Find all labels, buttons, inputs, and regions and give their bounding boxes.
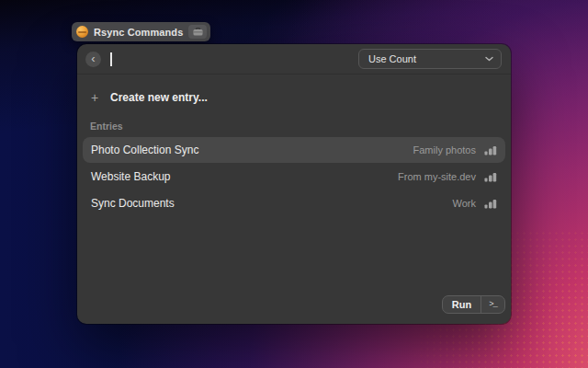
briefcase-icon: [188, 25, 207, 39]
create-new-entry-label: Create new entry...: [110, 91, 208, 104]
usage-bar-chart-icon: [484, 144, 497, 155]
section-header-entries: Entries: [83, 111, 505, 137]
footer-bar: Run >_: [77, 293, 511, 324]
terminal-icon: >_: [489, 300, 497, 309]
search-input[interactable]: [110, 44, 349, 74]
search-bar: ‹ Use Count: [77, 44, 511, 75]
desktop-background: { "tag": { "label": "Rsync Commands", "i…: [0, 0, 588, 368]
run-split-button: Run >_: [442, 295, 505, 314]
usage-bar-chart-icon: [484, 171, 497, 182]
chevron-down-icon: [485, 56, 493, 62]
run-button[interactable]: Run: [443, 296, 481, 313]
extension-tag-label: Rsync Commands: [94, 27, 183, 38]
entry-title: Photo Collection Sync: [91, 144, 198, 156]
run-button-label: Run: [452, 299, 471, 310]
plus-icon: +: [90, 90, 99, 105]
terminal-button[interactable]: >_: [481, 296, 504, 313]
extension-emoji-icon: [76, 26, 88, 38]
entry-subtitle: Family photos: [413, 144, 476, 155]
back-button[interactable]: ‹: [85, 52, 101, 67]
extension-tag[interactable]: Rsync Commands: [72, 22, 210, 41]
chevron-left-icon: ‹: [91, 52, 95, 64]
entry-title: Website Backup: [91, 170, 171, 183]
text-caret: [110, 52, 112, 66]
usage-bar-chart-icon: [484, 198, 497, 209]
entry-title: Sync Documents: [91, 197, 175, 210]
list-item[interactable]: Photo Collection Sync Family photos: [83, 137, 505, 163]
sort-dropdown-value: Use Count: [368, 53, 416, 64]
raycast-panel: ‹ Use Count + Create new entry... Entrie…: [77, 44, 511, 324]
entry-subtitle: From my-site.dev: [398, 171, 476, 182]
list-item[interactable]: Website Backup From my-site.dev: [83, 164, 505, 190]
create-new-entry-row[interactable]: + Create new entry...: [83, 84, 505, 111]
sort-dropdown[interactable]: Use Count: [358, 49, 502, 69]
list-item[interactable]: Sync Documents Work: [83, 190, 505, 216]
entry-subtitle: Work: [453, 198, 476, 209]
list-body: + Create new entry... Entries Photo Coll…: [77, 75, 511, 293]
